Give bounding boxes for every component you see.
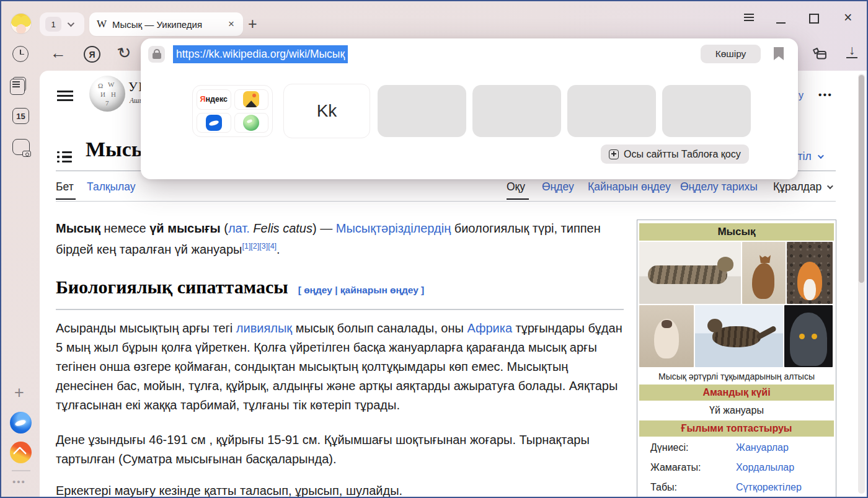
- tablo-tile-empty: [378, 85, 466, 137]
- cat-photo-tabby-shelf[interactable]: [639, 242, 741, 304]
- scrollbar-thumb[interactable]: [859, 75, 864, 283]
- infobox-title: Мысық: [639, 223, 834, 241]
- tablo-tile-current-site[interactable]: Kk: [283, 84, 370, 138]
- infobox-classification-header: Ғылыми топтастыруы: [639, 420, 834, 437]
- paragraph-line: Дене ұзындығы 46-191 см , құйрығы 15-91 …: [56, 433, 590, 447]
- edit-section-links: [ өңдеу | қайнарын өңдеу ]: [298, 285, 425, 295]
- taxonomy-link[interactable]: Жануарлар: [736, 442, 789, 453]
- url-input[interactable]: https://kk.wikipedia.org/wiki/Мысық: [173, 45, 348, 63]
- ref-link-1[interactable]: [1]: [242, 242, 250, 251]
- bookmark-icon[interactable]: [774, 47, 784, 60]
- cat-photo-tabby-snow[interactable]: [695, 305, 783, 367]
- account-link[interactable]: у: [799, 90, 804, 101]
- link-libyan-cat[interactable]: ливиялық: [236, 321, 292, 335]
- paragraph-line: тегінен онша өзгере қоймаған, сондықтан …: [56, 360, 568, 374]
- tab-group-button[interactable]: 1: [40, 12, 84, 36]
- yandex-home-button[interactable]: Я: [84, 46, 100, 63]
- wiki-more-menu[interactable]: •••: [818, 89, 833, 100]
- infobox-status-value: Үй жануары: [639, 402, 834, 419]
- notes-icon[interactable]: [12, 77, 26, 92]
- contents-icon[interactable]: [57, 149, 72, 165]
- paragraph-line: Асыранды мысықтың арғы тегі ливиялық мыс…: [56, 321, 622, 336]
- omnibox-panel: https://kk.wikipedia.org/wiki/Мысық Көші…: [141, 38, 798, 179]
- calendar-icon[interactable]: 15: [12, 108, 29, 124]
- link-felidae[interactable]: Мысықтәрізділердің: [336, 221, 451, 235]
- cat-photo-siamese[interactable]: [639, 305, 694, 367]
- back-button[interactable]: ←: [50, 43, 66, 63]
- tab-close-icon[interactable]: ×: [227, 18, 236, 30]
- infobox-caption: Мысық әртүрлі тұқымдарының алтысы: [639, 368, 834, 383]
- yandex-mail-icon[interactable]: [10, 442, 32, 463]
- paragraph-line: бірдей кең таралған үй жануары[1][2][3][…: [56, 242, 280, 257]
- ref-link-4[interactable]: [4]: [268, 242, 277, 251]
- collections-icon[interactable]: [811, 45, 828, 65]
- paragraph-line: Еркектері мауығу кезінде қатты таласып, …: [56, 484, 402, 497]
- tab-title: Мысық — Уикипедия: [112, 19, 221, 30]
- window-maximize-button[interactable]: [809, 14, 819, 24]
- paragraph-line: денесінен бас, мойын, тұлға, құйрық, алд…: [56, 379, 618, 393]
- window-close-button[interactable]: ×: [844, 9, 852, 26]
- page-scrollbar[interactable]: [858, 74, 865, 494]
- link-latin[interactable]: лат.: [228, 221, 250, 235]
- taxonomy-row: Жамағаты: Хордалылар: [639, 458, 834, 478]
- tablo-tile-empty: [567, 85, 656, 137]
- chevron-down-icon: [827, 183, 833, 189]
- taxonomy-label: Табы:: [650, 482, 736, 493]
- wikipedia-favicon: W: [97, 18, 107, 30]
- window-minimize-button[interactable]: [776, 22, 786, 24]
- infobox: Мысық Мысық әртүрлі тұқымдарының алтысы …: [637, 220, 836, 497]
- wiki-menu-icon[interactable]: [57, 88, 73, 104]
- tab-group-count: 1: [45, 17, 61, 32]
- cat-photo-abyssinian[interactable]: [742, 242, 786, 304]
- window-menu-icon[interactable]: [744, 12, 754, 23]
- site-lock-icon[interactable]: [148, 46, 165, 63]
- tab-edit[interactable]: Өңдеу: [542, 180, 574, 193]
- taxonomy-label: Жамағаты:: [650, 462, 736, 473]
- screenshot-icon[interactable]: [12, 139, 30, 155]
- tab-talk[interactable]: Талқылау: [87, 180, 136, 193]
- sidebar-add-button[interactable]: +: [14, 383, 24, 402]
- tab-page[interactable]: Бет: [56, 180, 74, 193]
- yandex-start-icon[interactable]: [10, 412, 32, 434]
- section-divider: [56, 309, 624, 310]
- paragraph-line: тұлғасынан екі жаққа тарбимай, тұлғаны т…: [56, 398, 400, 412]
- paragraph-line: Мысық немесе үй мысығы (лат. Felis catus…: [56, 221, 601, 236]
- tablo-tile-yandex[interactable]: Яндекс: [192, 85, 273, 137]
- taxonomy-link[interactable]: Сүтқоректілер: [736, 482, 802, 493]
- ref-link-3[interactable]: [3]: [259, 242, 268, 251]
- tab-page-underline: [56, 198, 76, 200]
- tabs-divider: [56, 201, 836, 202]
- taxonomy-link[interactable]: Хордалылар: [736, 462, 794, 473]
- tab-read[interactable]: Оқу: [507, 180, 525, 193]
- tab-read-underline: [507, 198, 529, 200]
- sidebar-more-button[interactable]: •••: [12, 476, 26, 487]
- new-tab-button[interactable]: +: [248, 15, 257, 33]
- sidebar-divider: [12, 470, 30, 471]
- ref-link-2[interactable]: [2]: [250, 242, 259, 251]
- tab-edit-source[interactable]: Қайнарын өңдеу: [588, 180, 671, 193]
- history-icon[interactable]: [12, 46, 29, 62]
- edit-source-link[interactable]: қайнарын өңдеу: [340, 285, 418, 295]
- browser-window: 1 W Мысық — Уикипедия × + × 15 + ••• ← Я…: [0, 0, 868, 498]
- yandex-logo: Яндекс: [197, 89, 231, 110]
- reload-button[interactable]: ↻: [115, 42, 133, 64]
- tab-tools[interactable]: Құралдар: [773, 180, 831, 193]
- profile-avatar[interactable]: [11, 14, 31, 33]
- wikipedia-logo[interactable]: ΩW ИH 7: [89, 76, 125, 112]
- section-heading: Биологиялық сипаттамасы[ өңдеу | қайнары…: [56, 277, 424, 298]
- browser-tab[interactable]: W Мысық — Уикипедия ×: [89, 12, 243, 36]
- copy-url-button[interactable]: Көшіру: [701, 45, 761, 63]
- cat-photo-orange-white[interactable]: [787, 242, 833, 304]
- link-africa[interactable]: Африка: [467, 321, 512, 335]
- taxonomy-label: Дүниесі:: [650, 442, 736, 453]
- downloads-button[interactable]: ↓: [845, 43, 859, 58]
- chevron-down-icon: [68, 20, 74, 27]
- tab-history[interactable]: Өңделу тарихы: [680, 180, 758, 193]
- add-to-tablo-button[interactable]: Осы сайтты Таблоға қосу: [601, 145, 749, 164]
- calendar-day: 15: [16, 112, 25, 121]
- edit-link[interactable]: өңдеу: [304, 285, 332, 295]
- taxonomy-row: Табы: Сүтқоректілер: [639, 478, 834, 497]
- tablo-tile-empty: [662, 85, 751, 137]
- cat-photo-gray[interactable]: [784, 305, 833, 367]
- yandex-images-icon: [234, 89, 269, 110]
